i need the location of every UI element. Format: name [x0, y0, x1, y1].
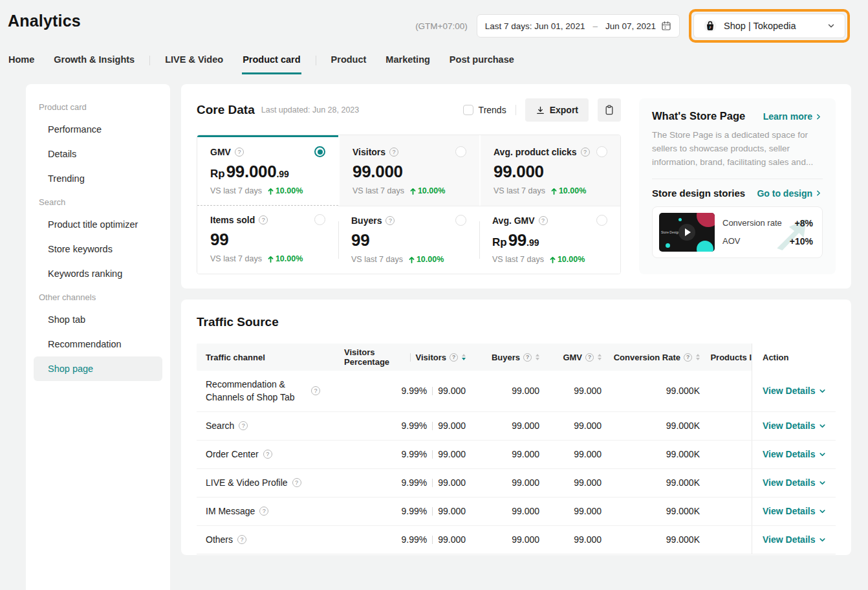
help-icon[interactable]: ? [389, 148, 398, 157]
date-range-picker[interactable]: Last 7 days: Jun 01, 2021 – Jun 07, 2021 [477, 14, 680, 38]
metric-grid: GMV ? Rp99.000.99 VS last 7 days 10 [197, 135, 621, 274]
help-icon[interactable]: ? [581, 148, 590, 157]
column-gmv[interactable]: GMV ? [539, 353, 602, 362]
last-updated-label: Last updated: Jun 28, 2023 [261, 105, 360, 115]
metric-card[interactable]: Items sold ? 99 VS last 7 days 10.0 [197, 206, 338, 274]
thumb-red-circle [697, 213, 715, 227]
help-icon[interactable]: ? [539, 216, 548, 225]
clipboard-button[interactable] [598, 98, 621, 122]
value-main: 99.000 [226, 162, 277, 181]
sidebar-item[interactable]: Recommendation [26, 332, 170, 356]
help-icon[interactable]: ? [292, 478, 301, 487]
export-label: Export [550, 105, 578, 115]
metric-value: 99.000 [494, 163, 607, 180]
help-icon[interactable]: ? [385, 216, 395, 225]
export-button[interactable]: Export [525, 98, 589, 122]
channel-name: LIVE & Video Profile [206, 476, 288, 489]
story-card[interactable]: Store Design Guide Conversion rate +8% [652, 206, 823, 258]
metric-radio[interactable] [314, 146, 325, 157]
sidebar-item[interactable]: Trending [26, 166, 170, 191]
help-icon[interactable]: ? [684, 353, 692, 362]
help-icon[interactable]: ? [235, 148, 244, 157]
sidebar-item[interactable]: Shop tab [26, 307, 170, 332]
change-badge: 10.00% [410, 186, 445, 195]
view-details-button[interactable]: View Details [763, 421, 827, 431]
metric-head: Buyers ? [351, 215, 466, 226]
metric-radio[interactable] [596, 146, 607, 157]
sidebar-item[interactable]: Store keywords [26, 237, 170, 261]
currency-prefix: Rp [210, 168, 225, 180]
primary-nav: Home Growth & Insights LIVE & Video Prod… [0, 43, 868, 74]
sidebar-item[interactable]: Details [26, 142, 170, 166]
sidebar: Product card Performance Details Trendin… [26, 84, 170, 590]
visitors-percentage-value: 9.99% [401, 386, 427, 396]
thumb-teal-circle [697, 241, 713, 252]
metric-radio[interactable] [596, 215, 607, 226]
column-buyers[interactable]: Buyers ? [466, 353, 539, 362]
view-details-button[interactable]: View Details [763, 449, 827, 459]
table-row: LIVE & Video Profile ? 9.99% 99.000 99.0… [197, 469, 836, 497]
view-details-button[interactable]: View Details [763, 534, 827, 545]
nav-tab[interactable]: Product [331, 52, 367, 74]
learn-more-label: Learn more [763, 111, 812, 122]
visitors-value: 99.000 [438, 534, 466, 545]
analytics-page: Analytics (GTM+07:00) Last 7 days: Jun 0… [0, 0, 868, 590]
metric-radio[interactable] [455, 146, 466, 157]
core-data-header: Core Data Last updated: Jun 28, 2023 Tre… [197, 98, 621, 122]
video-thumbnail[interactable]: Store Design Guide [659, 213, 715, 252]
change-value: 10.00% [276, 186, 303, 195]
view-details-button[interactable]: View Details [763, 506, 827, 516]
go-to-design-link[interactable]: Go to design [757, 188, 823, 199]
nav-tab[interactable]: Marketing [385, 52, 431, 74]
metric-card[interactable]: Visitors ? 99.000 VS last 7 days 10 [338, 135, 479, 206]
help-icon[interactable]: ? [523, 353, 532, 362]
nav-tab[interactable]: Post purchase [449, 52, 515, 74]
metric-card[interactable]: GMV ? Rp99.000.99 VS last 7 days 10 [197, 135, 338, 206]
help-icon[interactable]: ? [585, 353, 594, 362]
metric-card[interactable]: Avg. GMV ? Rp99.99 VS last 7 days 1 [479, 206, 620, 274]
sidebar-item[interactable]: Shop page [34, 356, 162, 381]
sidebar-item[interactable]: Keywords ranking [26, 261, 170, 286]
metric-radio[interactable] [314, 214, 325, 225]
table-header: Traffic channel Visitors Percentage Visi… [197, 344, 836, 371]
view-details-button[interactable]: View Details [763, 386, 827, 396]
visitors-value: 99.000 [438, 449, 466, 459]
nav-tab[interactable]: Growth & Insights [53, 52, 135, 74]
metric-radio[interactable] [455, 215, 466, 226]
help-icon[interactable]: ? [450, 353, 458, 362]
help-icon[interactable]: ? [311, 386, 320, 395]
table-row: Search ? 9.99% 99.000 99.000 99.000 99.0… [197, 412, 836, 441]
view-details-label: View Details [763, 506, 815, 516]
change-badge: 10.00% [268, 254, 303, 263]
topbar-right: (GTM+07:00) Last 7 days: Jun 01, 2021 – … [415, 9, 850, 43]
stories-title: Store design stories [652, 188, 745, 199]
thumb-dot [678, 218, 682, 221]
help-icon[interactable]: ? [263, 450, 272, 459]
help-icon[interactable]: ? [259, 507, 268, 516]
nav-tab[interactable]: LIVE & Video [164, 52, 224, 74]
metric-card[interactable]: Avg. product clicks ? 99.000 VS last 7 d… [479, 135, 620, 206]
view-details-button[interactable]: View Details [763, 477, 827, 488]
trends-checkbox[interactable] [463, 105, 473, 115]
sidebar-item[interactable]: Performance [26, 117, 170, 142]
cell-divider [432, 536, 433, 544]
chevron-down-icon [818, 422, 827, 430]
sidebar-item[interactable]: Product title optimizer [26, 212, 170, 237]
help-icon[interactable]: ? [237, 535, 246, 544]
change-value: 10.00% [417, 255, 444, 264]
column-conversion-rate[interactable]: Conversion Rate ? [602, 353, 700, 362]
learn-more-link[interactable]: Learn more [763, 111, 823, 122]
metric-card[interactable]: Buyers ? 99 VS last 7 days 10.00% [338, 206, 479, 274]
page-title: Analytics [8, 12, 81, 30]
sidebar-section: Search Product title optimizer Store key… [26, 191, 170, 286]
help-icon[interactable]: ? [239, 421, 248, 430]
nav-divider [149, 56, 150, 65]
nav-tab[interactable]: Product card [242, 52, 301, 74]
column-visitors[interactable]: Visitors Percentage Visitors ? [344, 347, 466, 367]
shop-selector[interactable]: ♪ ♪ ♪ Shop | Tokopedia [693, 14, 845, 38]
help-icon[interactable]: ? [259, 215, 268, 224]
nav-tab[interactable]: Home [8, 52, 35, 74]
trends-toggle[interactable]: Trends [463, 105, 506, 115]
buyers-cell: 99.000 [466, 386, 539, 396]
visitors-value: 99.000 [438, 506, 466, 516]
